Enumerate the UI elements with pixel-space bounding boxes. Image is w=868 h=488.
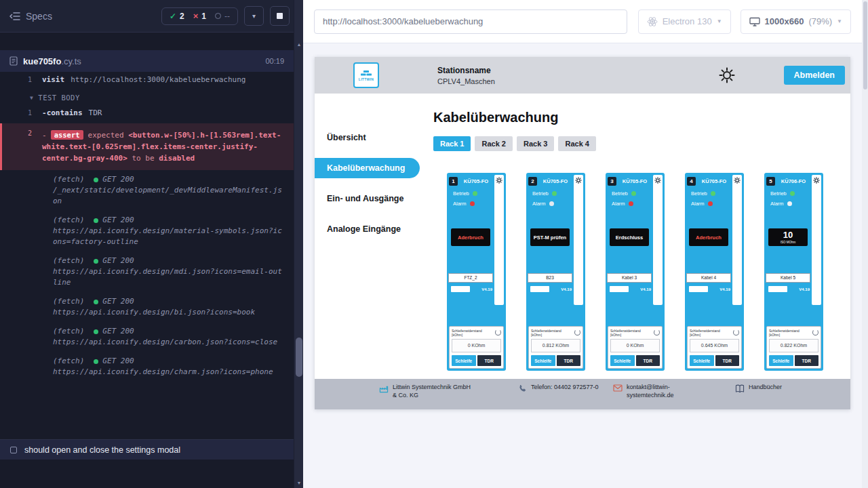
cross-icon: × (193, 12, 199, 20)
command-log: 1 visit http://localhost:3000/kabelueber… (0, 73, 294, 382)
specs-label: Specs (26, 11, 52, 22)
tab-rack-2[interactable]: Rack 2 (475, 136, 512, 151)
specs-menu-button[interactable]: Specs (9, 11, 52, 22)
led-alarm: Alarm (526, 201, 574, 207)
device-cards: 1 KÜ705-FO Betrieb Alarm Aderbruch FTZ_2… (447, 173, 850, 371)
refresh-icon[interactable] (654, 329, 660, 336)
version-row: V4.19 (606, 286, 653, 292)
reporter-scrollbar[interactable]: ▲ ▼ (294, 0, 303, 488)
firmware-version: V4.19 (640, 287, 651, 291)
logout-button[interactable]: Abmelden (784, 66, 845, 85)
failed-assert[interactable]: 2 -assertexpected <button.w-[50%].h-[1.5… (0, 123, 294, 170)
settings-gear-button[interactable] (719, 67, 735, 83)
footer-email[interactable]: kontakt@littwin-systemtechnik.de (613, 384, 735, 399)
card-gear-icon[interactable] (575, 177, 582, 184)
refresh-icon[interactable] (812, 329, 818, 336)
app-content: Kabelüberwachung Rack 1 Rack 2 Rack 3 Ra… (420, 94, 850, 379)
card-number-badge: 5 (766, 177, 775, 186)
schleife-button[interactable]: Schleife (610, 355, 635, 366)
scroll-down-arrow[interactable]: ▼ (294, 481, 304, 485)
device-card-1: 1 KÜ705-FO Betrieb Alarm Aderbruch FTZ_2… (447, 173, 506, 371)
tab-rack-3[interactable]: Rack 3 (517, 136, 554, 151)
station-info: Stationsname CPLV4_Maschen (437, 66, 495, 85)
tdr-button[interactable]: TDR (795, 355, 819, 366)
app-header: LITTWIN Stationsname CPLV4_Maschen Abmel… (315, 57, 850, 94)
card-title: KÜ706-FO (777, 178, 810, 184)
scroll-up-arrow[interactable]: ▲ (294, 42, 304, 47)
card-gear-icon[interactable] (654, 177, 661, 184)
spec-duration: 00:19 (265, 57, 284, 65)
card-number-badge: 2 (528, 177, 537, 186)
station-value: CPLV4_Maschen (437, 77, 495, 85)
monitor-icon (749, 17, 760, 26)
footer-manuals[interactable]: Handbücher (735, 384, 782, 392)
led-betrieb: Betrieb (606, 190, 653, 197)
refresh-icon[interactable] (574, 329, 580, 336)
card-gear-icon[interactable] (496, 177, 502, 184)
chevron-down-icon: ▼ (717, 18, 722, 24)
device-card-3: 3 KÜ705-FO Betrieb Alarm Erdschluss Kabe… (606, 173, 665, 371)
next-test-row[interactable]: should open and close the settings modal (0, 439, 294, 460)
chevron-down-icon: ▾ (252, 12, 256, 20)
status-ok-dot (94, 218, 98, 223)
firmware-version: V4.19 (799, 287, 810, 291)
page-scrollbar[interactable] (862, 0, 868, 488)
led-alarm: Alarm (685, 201, 732, 207)
stop-icon (277, 13, 283, 19)
viewport-selector[interactable]: 1000x660 (79%) ▼ (741, 9, 851, 34)
stat-passed: ✓2 (170, 12, 184, 21)
device-card-5: 5 KÜ706-FO Betrieb Alarm 10 ISO MOhm (764, 173, 823, 371)
alarm-led (787, 201, 792, 206)
collapse-chevron-button[interactable]: ▾ (244, 6, 264, 26)
measurement-panel: Schleifenwiderstand [kOhm] 0 KOhm Schlei… (449, 326, 504, 369)
tdr-button[interactable]: TDR (715, 355, 740, 366)
sidebar-item-ein-und-ausgaenge[interactable]: Ein- und Ausgänge (315, 188, 420, 209)
test-body-section[interactable]: ▼ TEST BODY (0, 87, 294, 106)
sidebar-item-kabelueberwachung[interactable]: Kabelüberwachung (315, 158, 420, 178)
sidebar-item-uebersicht[interactable]: Übersicht (315, 127, 420, 148)
schleife-button[interactable]: Schleife (452, 355, 476, 366)
card-side-strip (732, 175, 742, 305)
scrollbar-thumb[interactable] (863, 1, 867, 89)
spec-file-icon (9, 56, 18, 66)
rack-tabs: Rack 1 Rack 2 Rack 3 Rack 4 (433, 136, 850, 151)
tdr-button[interactable]: TDR (636, 355, 660, 366)
test-icon (10, 447, 17, 453)
card-gear-icon[interactable] (813, 177, 820, 184)
schleife-button[interactable]: Schleife (769, 355, 793, 366)
app-sidebar: Übersicht Kabelüberwachung Ein- und Ausg… (315, 94, 420, 379)
fetch-log-entry: (fetch)GET 200 /_next/static/development… (0, 170, 294, 211)
card-number-badge: 3 (608, 177, 616, 186)
card-gear-icon[interactable] (734, 177, 741, 184)
assert-message: -assertexpected <button.w-[50%].h-[1.563… (42, 129, 285, 164)
schleife-button[interactable]: Schleife (690, 355, 714, 366)
next-test-title: should open and close the settings modal (24, 445, 180, 455)
footer-phone: Telefon: 04402 972577-0 (518, 384, 613, 393)
littwin-logo: LITTWIN (353, 62, 379, 88)
chevron-down-icon: ▼ (30, 95, 33, 101)
schleife-button[interactable]: Schleife (531, 355, 555, 366)
command-visit[interactable]: 1 visit http://localhost:3000/kabelueber… (0, 73, 294, 87)
tab-rack-4[interactable]: Rack 4 (558, 136, 595, 151)
tdr-button[interactable]: TDR (477, 355, 502, 366)
contains-method: -contains (42, 108, 83, 119)
led-betrieb: Betrieb (526, 190, 574, 197)
spec-header[interactable]: kue705fo.cy.ts 00:19 (0, 50, 294, 72)
device-card-4: 4 KÜ705-FO Betrieb Alarm Aderbruch Kabel… (685, 173, 744, 371)
tdr-button[interactable]: TDR (557, 355, 581, 366)
url-input[interactable] (314, 9, 627, 34)
refresh-icon[interactable] (495, 329, 501, 336)
tab-rack-1[interactable]: Rack 1 (433, 136, 471, 151)
runner-panel: Electron 130 ▼ 1000x660 (79%) ▼ LITTWIN (303, 0, 862, 488)
command-contains[interactable]: 1 -contains TDR (0, 106, 294, 120)
resistance-value: 0.822 KOhm (769, 339, 818, 352)
refresh-icon[interactable] (733, 329, 739, 336)
scrollbar-thumb[interactable] (296, 338, 302, 377)
sidebar-item-analoge-eingaenge[interactable]: Analoge Eingänge (315, 219, 420, 239)
cable-label: Kabel 5 (766, 273, 810, 283)
stop-tests-button[interactable] (270, 6, 290, 26)
resistance-value: 0.645 KOhm (690, 339, 739, 352)
browser-selector[interactable]: Electron 130 ▼ (638, 9, 731, 34)
status-ok-dot (94, 359, 98, 364)
firmware-version: V4.19 (481, 287, 492, 291)
